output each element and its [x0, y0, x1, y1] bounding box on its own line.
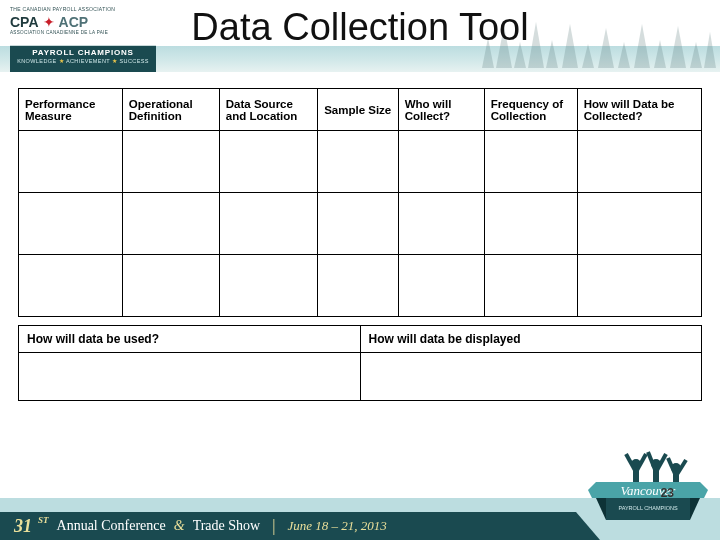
cell: [484, 255, 577, 317]
col-data-source-location: Data Source and Location: [219, 89, 317, 131]
cell: [398, 193, 484, 255]
col-operational-definition: Operational Definition: [122, 89, 219, 131]
col-frequency-of-collection: Frequency of Collection: [484, 89, 577, 131]
svg-marker-29: [690, 498, 700, 520]
cell: [219, 193, 317, 255]
cell: [577, 131, 701, 193]
table-header-row: Performance Measure Operational Definiti…: [19, 89, 702, 131]
cell: [360, 353, 702, 401]
col-how-collected: How will Data be Collected?: [577, 89, 701, 131]
cell: [577, 193, 701, 255]
badge-sub-text: PAYROLL CHAMPIONS: [618, 505, 678, 511]
data-collection-table: Performance Measure Operational Definiti…: [18, 88, 702, 317]
cell: [122, 193, 219, 255]
page-number: 23: [661, 486, 674, 500]
col-how-used: How will data be used?: [19, 326, 361, 353]
cell: [318, 255, 399, 317]
table-row: [19, 353, 702, 401]
table-row: [19, 193, 702, 255]
cell: [122, 255, 219, 317]
slide: THE CANADIAN PAYROLL ASSOCIATION CPA ✦ A…: [0, 0, 720, 540]
cell: [219, 131, 317, 193]
tables-container: Performance Measure Operational Definiti…: [18, 88, 702, 401]
conference-dates: June 18 – 21, 2013: [287, 518, 386, 534]
col-performance-measure: Performance Measure: [19, 89, 123, 131]
cell: [19, 255, 123, 317]
data-usage-table: How will data be used? How will data be …: [18, 325, 702, 401]
cell: [19, 131, 123, 193]
footer-bar: 31ST Annual Conference & Trade Show | Ju…: [0, 512, 600, 540]
ampersand: &: [172, 518, 187, 534]
payroll-champions-badge: PAYROLL CHAMPIONS KNOWLEDGE★ACHIEVEMENT★…: [10, 46, 156, 72]
table-header-row: How will data be used? How will data be …: [19, 326, 702, 353]
table-row: [19, 131, 702, 193]
separator: |: [266, 517, 281, 535]
cell: [318, 131, 399, 193]
cell: [398, 131, 484, 193]
cell: [219, 255, 317, 317]
conference-text-a: Annual Conference: [57, 518, 166, 534]
col-sample-size: Sample Size: [318, 89, 399, 131]
footer: 31ST Annual Conference & Trade Show | Ju…: [0, 498, 720, 540]
ordinal-number: 31: [14, 516, 32, 537]
table-row: [19, 255, 702, 317]
page-title: Data Collection Tool: [0, 6, 720, 49]
champions-subtitle: KNOWLEDGE★ACHIEVEMENT★SUCCESS: [10, 57, 156, 64]
ordinal-suffix: ST: [38, 515, 51, 525]
cell: [484, 131, 577, 193]
conference-text-b: Trade Show: [193, 518, 261, 534]
cell: [318, 193, 399, 255]
col-how-displayed: How will data be displayed: [360, 326, 702, 353]
cell: [398, 255, 484, 317]
cell: [122, 131, 219, 193]
cell: [19, 353, 361, 401]
cell: [577, 255, 701, 317]
col-who-will-collect: Who will Collect?: [398, 89, 484, 131]
cell: [19, 193, 123, 255]
vancouver-badge: Vancouver PAYROLL CHAMPIONS: [588, 442, 708, 534]
cell: [484, 193, 577, 255]
svg-marker-28: [596, 498, 606, 520]
